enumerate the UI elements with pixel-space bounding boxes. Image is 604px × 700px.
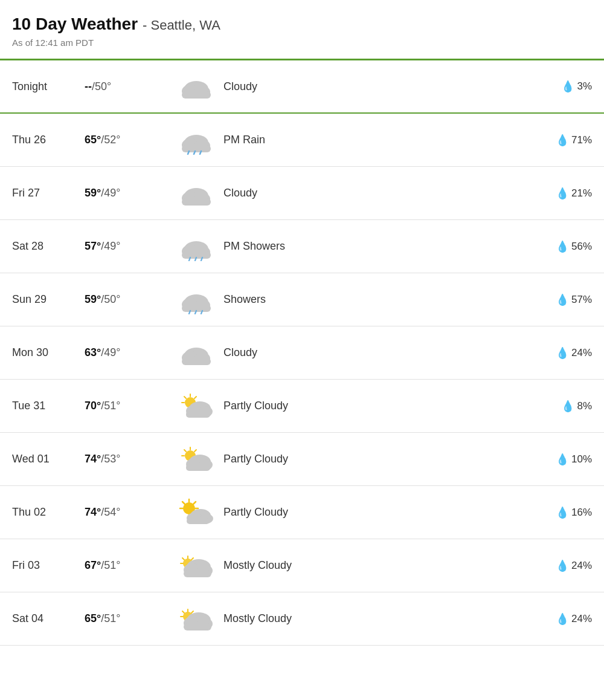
page-title: 10 Day Weather - Seattle, WA — [12, 15, 592, 34]
raindrop-icon: 💧 — [556, 134, 569, 147]
weather-row: Mon 30 63°/49° Cloudy 💧 24% — [0, 326, 604, 380]
precip-percent: 57% — [571, 294, 592, 306]
temp-hi: 65° — [85, 134, 101, 146]
precip-percent: 24% — [571, 560, 592, 572]
temperature: --/50° — [85, 80, 169, 93]
raindrop-icon: 💧 — [556, 453, 569, 466]
precipitation: 💧 24% — [538, 346, 592, 360]
day-label: Fri 27 — [12, 187, 85, 199]
page-header: 10 Day Weather - Seattle, WA As of 12:41… — [0, 0, 604, 53]
temp-hi: 74° — [85, 506, 101, 518]
temperature: 74°/54° — [85, 506, 169, 519]
day-label: Thu 02 — [12, 506, 85, 519]
weather-row: Sun 29 59°/50° Showers 💧 57% — [0, 273, 604, 326]
temp-lo: 51° — [104, 559, 120, 571]
weather-description: Partly Cloudy — [223, 506, 538, 519]
weather-icon-container — [169, 445, 223, 474]
day-label: Tue 31 — [12, 400, 85, 412]
svg-line-40 — [194, 397, 196, 398]
temp-hi: 59° — [85, 187, 101, 199]
weather-row: Thu 02 74°/54° Partly Cloudy 💧 16% — [0, 486, 604, 539]
temp-hi: -- — [85, 80, 92, 92]
raindrop-icon: 💧 — [561, 80, 574, 93]
weather-icon-container — [169, 604, 223, 634]
weather-description: Partly Cloudy — [223, 400, 538, 412]
weather-icon-container — [169, 285, 223, 314]
precip-percent: 10% — [571, 453, 592, 465]
raindrop-icon: 💧 — [556, 559, 569, 572]
svg-line-81 — [182, 611, 184, 613]
timestamp: As of 12:41 am PDT — [12, 37, 592, 48]
temp-lo: 49° — [104, 240, 120, 252]
precipitation: 💧 24% — [538, 559, 592, 572]
temperature: 57°/49° — [85, 240, 169, 253]
weather-icon-container — [169, 232, 223, 261]
svg-rect-14 — [182, 198, 211, 206]
svg-rect-56 — [186, 464, 210, 471]
weather-list: Tonight --/50° Cloudy 💧 3% Thu 26 65°/52… — [0, 60, 604, 646]
weather-row: Fri 27 59°/49° Cloudy 💧 21% — [0, 167, 604, 220]
day-label: Thu 26 — [12, 134, 85, 146]
weather-row: Tue 31 70°/51° Partly Cloudy 💧 8% — [0, 380, 604, 433]
precipitation: 💧 71% — [538, 134, 592, 147]
temperature: 67°/51° — [85, 559, 169, 572]
temp-lo: 50° — [104, 293, 120, 305]
svg-rect-3 — [182, 91, 211, 99]
weather-icon-container — [169, 551, 223, 580]
day-label: Sat 04 — [12, 612, 85, 625]
weather-description: PM Rain — [223, 134, 538, 146]
temp-hi: 74° — [85, 453, 101, 465]
weather-row: Tonight --/50° Cloudy 💧 3% — [0, 60, 604, 114]
precipitation: 💧 10% — [538, 453, 592, 466]
temp-hi: 63° — [85, 346, 101, 358]
raindrop-icon: 💧 — [561, 400, 574, 413]
precip-percent: 71% — [571, 134, 592, 146]
weather-description: Partly Cloudy — [223, 453, 538, 465]
weather-description: Mostly Cloudy — [223, 559, 538, 572]
temp-hi: 65° — [85, 612, 101, 624]
temperature: 65°/51° — [85, 612, 169, 625]
temp-lo: 54° — [104, 506, 120, 518]
svg-line-62 — [182, 502, 185, 504]
temp-lo: 51° — [104, 400, 120, 412]
svg-line-38 — [184, 397, 186, 398]
svg-rect-77 — [184, 570, 211, 577]
weather-icon-container — [169, 339, 223, 368]
precip-percent: 8% — [577, 400, 592, 412]
day-label: Mon 30 — [12, 346, 85, 359]
temp-lo: 51° — [104, 612, 120, 624]
weather-icon-container — [169, 179, 223, 208]
precip-percent: 24% — [571, 347, 592, 359]
weather-description: Cloudy — [223, 80, 538, 93]
temp-lo: 53° — [104, 453, 120, 465]
precip-percent: 3% — [577, 80, 592, 92]
weather-description: Mostly Cloudy — [223, 612, 538, 625]
weather-icon-container — [169, 392, 223, 421]
temperature: 70°/51° — [85, 400, 169, 412]
precip-percent: 21% — [571, 187, 592, 199]
weather-icon-container — [169, 126, 223, 155]
raindrop-icon: 💧 — [556, 240, 569, 253]
temperature: 65°/52° — [85, 134, 169, 146]
weather-row: Wed 01 74°/53° Partly Cloudy 💧 10% — [0, 433, 604, 486]
raindrop-icon: 💧 — [556, 612, 569, 626]
weather-icon-container — [169, 72, 223, 101]
day-label: Sun 29 — [12, 293, 85, 306]
raindrop-icon: 💧 — [556, 293, 569, 306]
svg-line-52 — [194, 450, 196, 452]
temp-hi: 67° — [85, 559, 101, 571]
title-text: 10 Day Weather — [12, 15, 138, 34]
weather-row: Fri 03 67°/51° Mostly Cloudy 💧 24% — [0, 539, 604, 592]
svg-line-50 — [184, 450, 186, 452]
temperature: 59°/49° — [85, 187, 169, 199]
svg-line-73 — [191, 558, 193, 560]
temp-hi: 70° — [85, 400, 101, 412]
weather-description: Showers — [223, 293, 538, 306]
temp-lo: 49° — [104, 187, 120, 199]
temp-hi: 59° — [85, 293, 101, 305]
precipitation: 💧 56% — [538, 240, 592, 253]
svg-line-82 — [191, 611, 193, 613]
svg-rect-86 — [184, 623, 211, 630]
precipitation: 💧 24% — [538, 612, 592, 626]
day-label: Sat 28 — [12, 240, 85, 253]
